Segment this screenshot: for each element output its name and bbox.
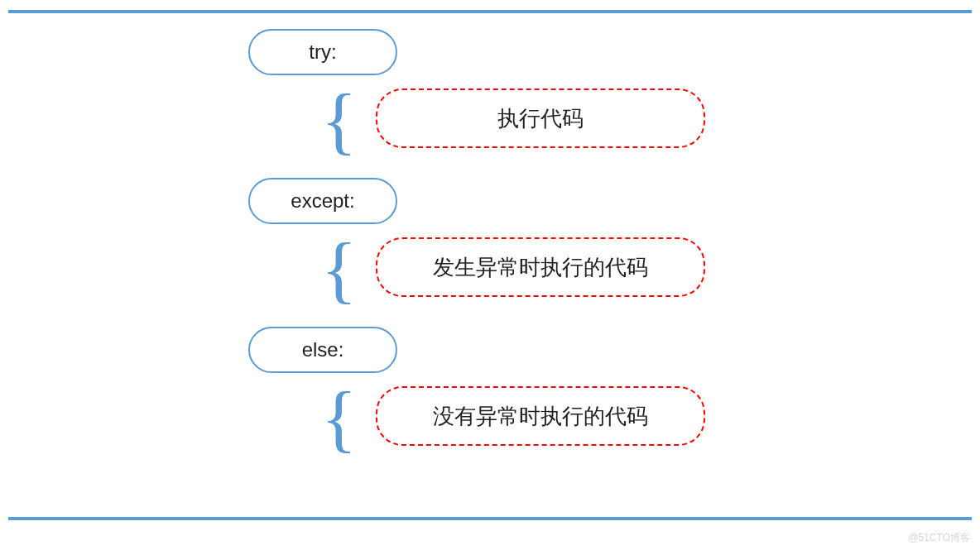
keyword-box-except: except: [248,178,397,224]
result-box-else: 没有异常时执行的代码 [376,386,705,446]
keyword-box-else: else: [248,327,397,373]
brace-icon: { [321,91,357,151]
keyword-box-try: try: [248,29,397,75]
watermark-text: @51CTO博客 [908,531,970,545]
result-label-try: 执行代码 [497,104,584,133]
result-label-else: 没有异常时执行的代码 [433,402,648,431]
keyword-label-except: except: [291,189,354,213]
bottom-divider-line [8,517,972,520]
keyword-label-else: else: [302,338,344,361]
result-label-except: 发生异常时执行的代码 [433,253,648,282]
result-box-try: 执行代码 [376,88,705,148]
brace-icon: { [321,389,357,448]
keyword-label-try: try: [309,41,336,64]
top-divider-line [8,10,972,13]
brace-icon: { [321,240,357,299]
result-box-except: 发生异常时执行的代码 [376,237,705,297]
